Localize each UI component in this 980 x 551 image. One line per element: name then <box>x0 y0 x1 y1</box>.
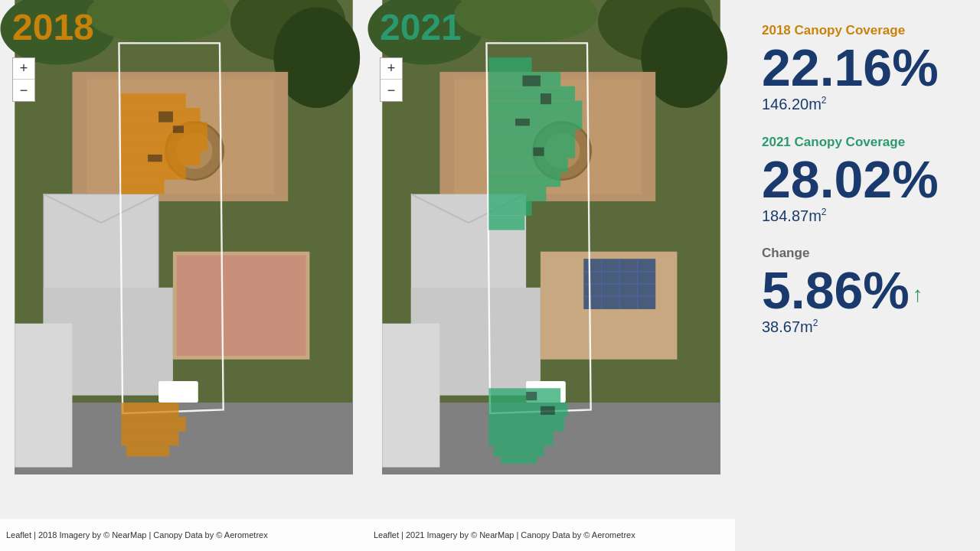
stat-block-2021: 2021 Canopy Coverage 28.02% 184.87m2 <box>762 135 953 225</box>
change-label: Change <box>762 246 953 261</box>
svg-rect-23 <box>121 136 207 151</box>
zoom-in-2021[interactable]: + <box>381 58 402 80</box>
map-controls-2018: + − <box>12 57 35 102</box>
zoom-in-2018[interactable]: + <box>13 58 34 80</box>
svg-rect-30 <box>121 403 178 417</box>
svg-rect-28 <box>173 126 184 132</box>
svg-rect-18 <box>15 324 72 468</box>
svg-rect-63 <box>488 115 582 129</box>
svg-rect-67 <box>488 172 560 187</box>
svg-rect-27 <box>158 112 173 122</box>
coverage-2021-pct: 28.02% <box>762 153 953 205</box>
svg-rect-20 <box>121 93 186 108</box>
svg-rect-33 <box>126 445 169 456</box>
aerial-svg-2021 <box>368 0 735 474</box>
map-footer-2018: Leaflet | 2018 Imagery by © NearMap | Ca… <box>0 519 368 551</box>
svg-rect-81 <box>526 392 537 400</box>
svg-rect-68 <box>488 187 546 201</box>
coverage-2021-label: 2021 Canopy Coverage <box>762 135 953 150</box>
map-footer-2021: Leaflet | 2021 Imagery by © NearMap | Ca… <box>368 519 735 551</box>
svg-rect-62 <box>488 101 582 116</box>
stat-block-change: Change 5.86%↑ 38.67m2 <box>762 246 953 336</box>
coverage-2021-area: 184.87m2 <box>762 207 953 225</box>
coverage-2018-area: 146.20m2 <box>762 95 953 113</box>
change-arrow-icon: ↑ <box>913 282 923 306</box>
svg-rect-73 <box>515 119 530 126</box>
svg-rect-32 <box>121 432 178 446</box>
svg-rect-26 <box>121 180 164 194</box>
year-label-2021: 2021 <box>380 6 462 48</box>
svg-rect-25 <box>121 165 186 180</box>
svg-rect-71 <box>522 76 540 86</box>
svg-rect-59 <box>488 57 531 72</box>
svg-rect-82 <box>541 406 555 415</box>
zoom-out-2021[interactable]: − <box>381 80 402 101</box>
svg-rect-22 <box>121 122 207 137</box>
change-pct: 5.86%↑ <box>762 264 953 316</box>
svg-rect-77 <box>488 417 564 432</box>
map-controls-2021: + − <box>380 57 403 102</box>
change-area: 38.67m2 <box>762 318 953 336</box>
svg-rect-29 <box>148 155 162 161</box>
svg-rect-31 <box>121 417 186 432</box>
svg-rect-78 <box>488 432 554 446</box>
map-2021: 2021 + − <box>368 0 735 551</box>
svg-rect-61 <box>488 86 575 101</box>
stat-block-2018: 2018 Canopy Coverage 22.16% 146.20m2 <box>762 23 953 113</box>
svg-rect-17 <box>158 381 198 403</box>
svg-rect-75 <box>488 388 560 403</box>
zoom-out-2018[interactable]: − <box>13 80 34 101</box>
svg-rect-79 <box>494 445 544 456</box>
svg-rect-76 <box>488 403 567 417</box>
svg-rect-70 <box>488 216 524 230</box>
svg-rect-65 <box>488 144 575 158</box>
aerial-svg-2018 <box>0 0 368 474</box>
svg-rect-64 <box>488 129 575 144</box>
stats-panel: 2018 Canopy Coverage 22.16% 146.20m2 202… <box>735 0 980 551</box>
coverage-2018-label: 2018 Canopy Coverage <box>762 23 953 38</box>
coverage-2018-pct: 22.16% <box>762 41 953 93</box>
svg-rect-66 <box>488 158 567 173</box>
svg-rect-69 <box>488 201 531 216</box>
year-label-2018: 2018 <box>12 6 94 48</box>
svg-rect-74 <box>534 148 544 156</box>
svg-rect-14 <box>177 255 306 356</box>
svg-rect-57 <box>382 324 439 468</box>
svg-rect-80 <box>501 457 537 464</box>
map-2018: 2018 + − <box>0 0 368 551</box>
svg-rect-72 <box>541 93 551 104</box>
